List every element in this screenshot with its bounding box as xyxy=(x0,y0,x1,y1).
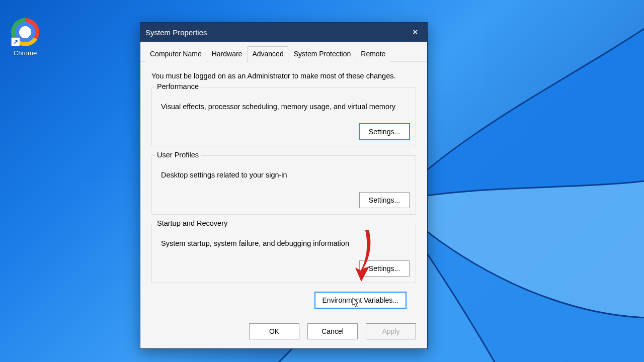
admin-note: You must be logged on as an Administrato… xyxy=(151,72,416,80)
user-profiles-settings-button[interactable]: Settings... xyxy=(359,192,410,208)
group-startup-legend: Startup and Recovery xyxy=(155,219,229,227)
group-performance: Performance Visual effects, processor sc… xyxy=(151,87,416,146)
group-user-profiles-desc: Desktop settings related to your sign-in xyxy=(158,171,410,179)
tab-system-protection[interactable]: System Protection xyxy=(289,46,356,62)
group-startup-desc: System startup, system failure, and debu… xyxy=(158,239,410,247)
group-user-profiles-legend: User Profiles xyxy=(155,151,201,159)
tab-advanced[interactable]: Advanced xyxy=(248,46,288,62)
group-user-profiles: User Profiles Desktop settings related t… xyxy=(151,155,416,215)
desktop-shortcut-label: Chrome xyxy=(6,49,44,57)
desktop-shortcut-chrome[interactable]: ↗ Chrome xyxy=(6,18,44,57)
dialog-body: You must be logged on as an Administrato… xyxy=(140,62,427,316)
close-icon[interactable]: ✕ xyxy=(408,25,422,39)
tab-strip: Computer Name Hardware Advanced System P… xyxy=(140,42,427,62)
dialog-footer: OK Cancel Apply xyxy=(140,316,427,348)
system-properties-dialog: System Properties ✕ Computer Name Hardwa… xyxy=(140,22,428,349)
ok-button[interactable]: OK xyxy=(249,323,299,339)
performance-settings-button[interactable]: Settings... xyxy=(359,124,410,140)
group-performance-desc: Visual effects, processor scheduling, me… xyxy=(158,103,410,111)
titlebar[interactable]: System Properties ✕ xyxy=(140,23,427,42)
group-performance-legend: Performance xyxy=(155,82,201,90)
shortcut-overlay-icon: ↗ xyxy=(11,37,20,46)
environment-variables-button[interactable]: Environment Variables... xyxy=(315,292,406,308)
apply-button[interactable]: Apply xyxy=(366,323,416,339)
chrome-icon: ↗ xyxy=(11,18,39,46)
dialog-title: System Properties xyxy=(145,28,207,37)
cancel-button[interactable]: Cancel xyxy=(307,323,358,339)
startup-settings-button[interactable]: Settings... xyxy=(359,260,410,277)
group-startup-recovery: Startup and Recovery System startup, sys… xyxy=(151,224,416,283)
tab-hardware[interactable]: Hardware xyxy=(207,46,247,62)
tab-computer-name[interactable]: Computer Name xyxy=(145,46,206,62)
tab-remote[interactable]: Remote xyxy=(356,46,390,62)
